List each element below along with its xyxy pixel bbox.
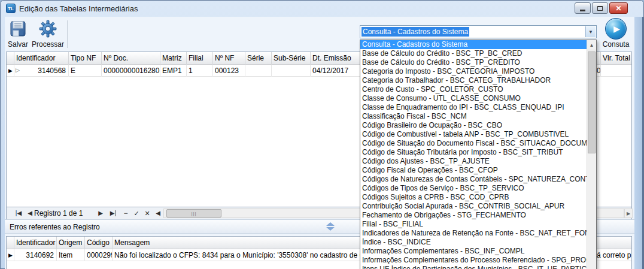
dropdown-item[interactable]: Base de Cálculo do Crédito - BSC_TP_BC_C…: [360, 49, 587, 58]
horizontal-scrollbar-thumb[interactable]: |||: [166, 209, 221, 217]
errors-panel-title: Erros referentes ao Registro: [10, 223, 100, 231]
dropdown-item[interactable]: Códigos de Naturezas de Contas Contábeis…: [360, 175, 587, 184]
cell-sub-serie: [272, 65, 311, 77]
cell-filial: 1: [187, 65, 213, 77]
process-button[interactable]: Processar: [34, 19, 62, 49]
err-col-codigo[interactable]: Código: [85, 237, 113, 249]
chevron-down-icon: ▼: [588, 29, 593, 35]
dropdown-item[interactable]: Fechamento de Obrigações - STG_FECHAMENT…: [360, 211, 587, 220]
row-expand-icon[interactable]: ▷: [16, 67, 20, 73]
dropdown-item[interactable]: Código de Combustível - tabela ANP - BSC…: [360, 130, 587, 139]
col-tipo-nf[interactable]: Tipo NF: [69, 52, 102, 65]
cell-tipo-nf: E: [69, 65, 102, 77]
dropdown-item[interactable]: Consulta - Cadastros do Sistema: [360, 40, 587, 49]
col-matriz[interactable]: Matriz: [160, 52, 187, 65]
dropdown-scrollbar[interactable]: ▲: [587, 40, 596, 269]
nav-last-button[interactable]: ▶|: [107, 208, 119, 218]
dropdown-item[interactable]: Código Brasileiro de Ocupação - BSC_CBO: [360, 121, 587, 130]
combo-dropdown-list: Consulta - Cadastros do SistemaBase de C…: [360, 40, 587, 269]
dropdown-item[interactable]: Código de Situação Tributária por Impost…: [360, 148, 587, 157]
dropdown-item[interactable]: Código Fiscal de Operações - BSC_CFOP: [360, 166, 587, 175]
close-icon: ✕: [615, 4, 621, 13]
err-cell-codigo: 0000299: [85, 249, 113, 261]
dropdown-item[interactable]: Classe de Consumo - UTL_CLASSE_CONSUMO: [360, 94, 587, 103]
err-cell-origem: Item: [57, 249, 85, 261]
combo-dropdown-panel: Consulta - Cadastros do SistemaBase de C…: [360, 40, 597, 269]
dropdown-item[interactable]: Índice - BSC_INDICE: [360, 238, 587, 247]
cell-matriz: EMP1: [160, 65, 187, 77]
col-serie[interactable]: Série: [245, 52, 272, 65]
col-sub-serie[interactable]: Sub-Série: [272, 52, 311, 65]
err-col-identificador[interactable]: Identificador: [14, 237, 57, 249]
col-dt-emissao[interactable]: Dt. Emissão: [311, 52, 362, 65]
consult-button-label: Consuta: [603, 40, 630, 49]
combobox-selected-value: Consulta - Cadastros do Sistema: [362, 27, 469, 37]
table-selector-combobox[interactable]: Consulta - Cadastros do Sistema ▼: [360, 25, 597, 38]
error-message-continuation: á correto p: [597, 251, 633, 261]
process-button-label: Processar: [32, 40, 64, 49]
col-vlr-total[interactable]: Vlr. Total: [601, 52, 633, 65]
dropdown-item[interactable]: Filial - BSC_FILIAL: [360, 220, 587, 229]
close-button[interactable]: ✕: [609, 2, 628, 14]
dropdown-item[interactable]: Códigos de Tipos de Serviço - BSC_TP_SER…: [360, 184, 587, 193]
titlebar: TL Edição das Tabelas Intermediárias ✕: [0, 0, 644, 17]
nav-delete-button[interactable]: −: [121, 208, 130, 218]
dropdown-item[interactable]: Código de Situação do Documento Fiscal -…: [360, 139, 587, 148]
dropdown-item[interactable]: Classe de Enquadramento do IPI - BSC_CLA…: [360, 103, 587, 112]
col-filial[interactable]: Filial: [187, 52, 213, 65]
gear-icon: [38, 19, 57, 38]
dropdown-item[interactable]: Informações Complementares do Processo R…: [360, 256, 587, 265]
dropdown-item[interactable]: Centro de Custo - SPC_COLETOR_CUSTO: [360, 85, 587, 94]
nav-cancel-button[interactable]: ✕: [143, 208, 151, 218]
splitter-down-icon: [326, 227, 335, 231]
cell-dt-emissao: 04/12/2017: [311, 65, 362, 77]
consult-button[interactable]: ▶ Consuta: [599, 18, 633, 49]
hscroll-left-arrow[interactable]: ◀: [154, 208, 162, 218]
err-row-indicator-icon: ▶: [7, 249, 14, 261]
window-frame-right: [634, 17, 644, 269]
splitter-up-icon: [326, 222, 335, 226]
window-title: Edição das Tabelas Intermediárias: [19, 4, 138, 13]
dropdown-item[interactable]: Classificação Fiscal - BSC_NCM: [360, 112, 587, 121]
dropdown-item[interactable]: Categoria do Trabalhador - BSC_CATEG_TRA…: [360, 76, 587, 85]
hscroll-right-arrow[interactable]: ▶: [624, 208, 633, 218]
dropdown-item[interactable]: Itens UF Índice de Participação dos Muni…: [360, 265, 587, 269]
nav-first-button[interactable]: |◀: [13, 208, 25, 218]
cell-serie: [245, 65, 272, 77]
col-num-doc[interactable]: Nº Doc.: [102, 52, 160, 65]
col-identificador[interactable]: Identificador: [14, 52, 69, 65]
dropdown-item[interactable]: Base de Cálculo do Crédito - BSC_TP_CRED…: [360, 58, 587, 67]
dropdown-scrollbar-thumb[interactable]: [588, 52, 596, 153]
cell-partial-hidden: 0: [597, 65, 601, 77]
nav-post-button[interactable]: ✓: [132, 208, 141, 218]
err-col-origem[interactable]: Origem: [57, 237, 85, 249]
scroll-up-button[interactable]: ▲: [587, 40, 596, 50]
dropdown-item[interactable]: Contribuição Social Apurada - BSC_CONTRI…: [360, 202, 587, 211]
app-icon: TL: [6, 4, 16, 13]
dropdown-item[interactable]: Categoria do Imposto - BSC_CATEGORIA_IMP…: [360, 67, 587, 76]
maximize-icon: [597, 6, 603, 11]
splitter-handle[interactable]: [326, 222, 336, 232]
cell-num-nf: 000123: [213, 65, 245, 77]
toolbar-separator: [67, 20, 68, 48]
minimize-icon: [580, 10, 585, 11]
nav-next-button[interactable]: ▶: [96, 208, 105, 218]
dropdown-item[interactable]: Indicadores de Natureza de Retenção na F…: [360, 229, 587, 238]
row-indicator-icon: ▶: [7, 65, 14, 77]
dropdown-item[interactable]: Códigos Sujeitos a CPRB - BSC_COD_CPRB: [360, 193, 587, 202]
dropdown-item[interactable]: Código dos Ajustes - BSC_TP_AJUSTE: [360, 157, 587, 166]
play-circle-icon: ▶: [605, 18, 627, 40]
err-col-row-indicator: [7, 237, 14, 249]
col-row-indicator: [7, 52, 14, 65]
nav-prev-button[interactable]: ◀: [26, 208, 34, 218]
save-button[interactable]: Salvar: [4, 19, 32, 49]
maximize-button[interactable]: [592, 2, 608, 14]
save-button-label: Salvar: [8, 40, 28, 49]
minimize-button[interactable]: [575, 2, 591, 14]
dropdown-item[interactable]: Informações Complementares - BSC_INF_COM…: [360, 247, 587, 256]
cell-vlr-total: [601, 65, 633, 77]
scroll-up-icon: ▲: [590, 43, 594, 48]
err-cell-identificador: 3140692: [14, 249, 57, 261]
combobox-dropdown-button[interactable]: ▼: [585, 26, 596, 37]
col-num-nf[interactable]: Nº NF: [213, 52, 245, 65]
